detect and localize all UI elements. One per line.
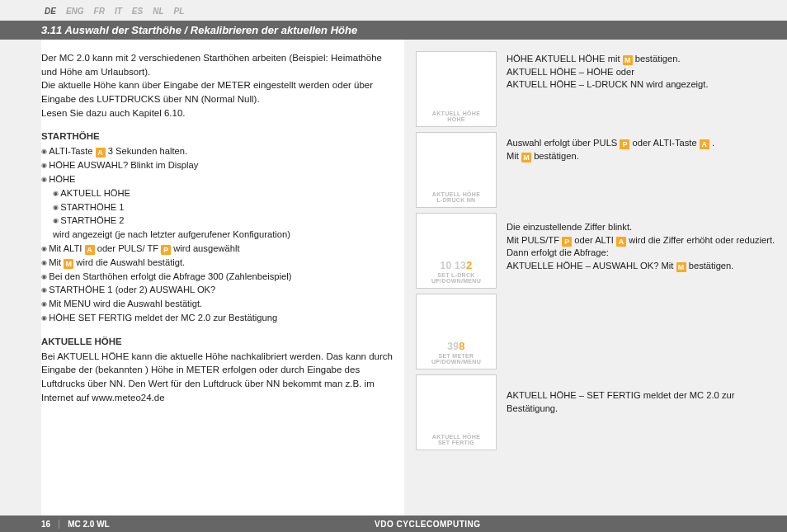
page-number: 16	[41, 520, 59, 529]
section-title: 3.11 Auswahl der Starthöhe / Rekalibrier…	[0, 21, 787, 40]
puls-key-icon: P	[562, 237, 572, 247]
alti-key-icon: A	[700, 139, 709, 149]
bullet-list-starthoehe: ALTI-Taste A 3 Sekunden halten. HÖHE AUS…	[41, 144, 393, 324]
puls-key-icon: P	[620, 139, 629, 149]
lang-pl[interactable]: PL	[171, 5, 188, 17]
lang-it[interactable]: IT	[111, 5, 125, 17]
intro-text: Der MC 2.0 kann mit 2 verschiedenen Star…	[41, 51, 393, 120]
model-name: MC 2.0 WL	[68, 520, 110, 529]
subhead-aktuelle-hoehe: AKTUELLE HÖHE	[41, 337, 393, 346]
lang-fr[interactable]: FR	[91, 5, 108, 17]
instruction-notes: HÖHE AKTUELL HÖHE mit M bestätigen. AKTU…	[507, 51, 775, 465]
alti-key-icon: A	[96, 148, 106, 158]
lang-de[interactable]: DE	[41, 5, 59, 17]
aktuelle-hoehe-text: Bei AKTUELL HÖHE kann die aktuelle Höhe …	[41, 350, 393, 405]
device-screen: 398 SET METER UP/DOWN/MENU	[416, 294, 497, 370]
subhead-starthoehe: STARTHÖHE	[41, 131, 393, 141]
device-screen: 10 132 SET L-DRCK UP/DOWN/MENU	[416, 213, 497, 289]
puls-key-icon: P	[161, 245, 171, 255]
device-screen: AKTUELL HÖHE SET FERTIG	[416, 374, 497, 450]
menu-key-icon: M	[676, 262, 686, 272]
menu-key-icon: M	[521, 153, 531, 162]
lang-nl[interactable]: NL	[149, 5, 167, 17]
lang-eng[interactable]: ENG	[63, 5, 87, 17]
device-screens-column: AKTUELL HÖHE HÖHE AKTUELL HÖHE L-DRUCK N…	[416, 51, 497, 450]
brand-name: VDO CYCLECOMPUTING	[110, 520, 746, 529]
alti-key-icon: A	[616, 237, 626, 247]
lang-es[interactable]: ES	[129, 5, 146, 17]
device-screen: AKTUELL HÖHE L-DRUCK NN	[416, 132, 497, 208]
language-bar: DE ENG FR IT ES NL PL	[0, 0, 787, 21]
menu-key-icon: M	[623, 55, 633, 65]
device-screen: AKTUELL HÖHE HÖHE	[416, 51, 497, 127]
menu-key-icon: M	[64, 259, 73, 269]
page-footer: 16 MC 2.0 WL VDO CYCLECOMPUTING	[0, 516, 787, 532]
alti-key-icon: A	[85, 245, 95, 255]
